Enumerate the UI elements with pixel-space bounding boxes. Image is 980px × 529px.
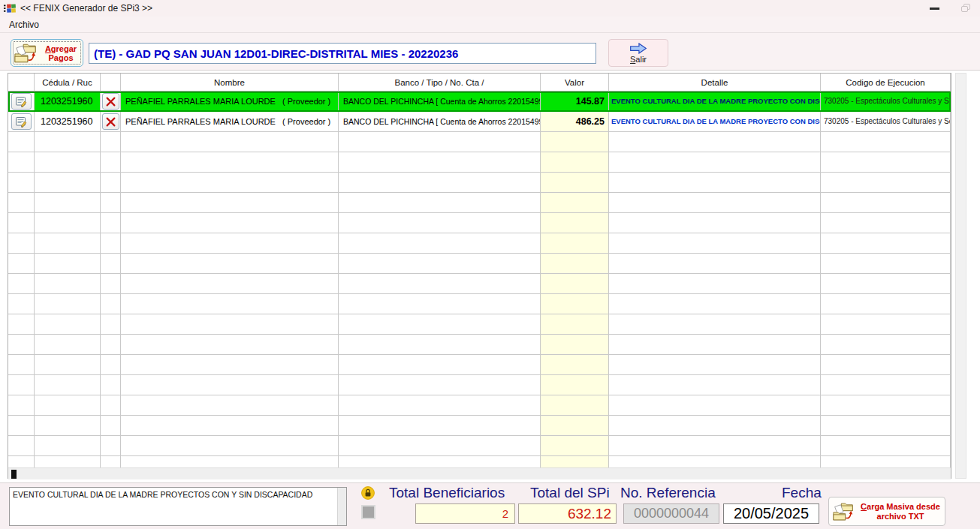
table-row-empty[interactable] bbox=[8, 193, 951, 213]
codigo-cell bbox=[821, 173, 951, 193]
valor-cell bbox=[541, 193, 609, 213]
row-edit-cell bbox=[8, 416, 35, 436]
row-edit-cell bbox=[8, 112, 35, 132]
header-detalle: Detalle bbox=[609, 74, 821, 92]
codigo-cell bbox=[821, 233, 951, 254]
detalle-textarea[interactable]: EVENTO CULTURAL DIA DE LA MADRE PROYECTO… bbox=[10, 488, 337, 525]
valor-cell: 486.25 bbox=[541, 112, 609, 132]
row-edit-cell bbox=[8, 233, 35, 254]
codigo-cell bbox=[821, 294, 951, 314]
row-delete-cell bbox=[101, 152, 121, 173]
table-row-empty[interactable] bbox=[8, 132, 951, 152]
detalle-cell bbox=[609, 314, 821, 335]
banco-cell bbox=[339, 335, 541, 355]
table-row-empty[interactable] bbox=[8, 233, 951, 254]
row-delete-cell bbox=[101, 456, 121, 467]
arrow-right-icon bbox=[629, 43, 647, 54]
nombre-cell bbox=[121, 254, 339, 274]
table-row-empty[interactable] bbox=[8, 173, 951, 193]
fecha-field[interactable] bbox=[723, 503, 819, 524]
valor-cell bbox=[541, 456, 609, 467]
table-row-empty[interactable] bbox=[8, 355, 951, 375]
banco-cell bbox=[339, 254, 541, 274]
row-properties-button[interactable] bbox=[11, 113, 32, 130]
vertical-scrollbar[interactable] bbox=[955, 73, 966, 479]
table-row-empty[interactable] bbox=[8, 314, 951, 335]
entity-title-field[interactable] bbox=[89, 43, 596, 64]
table-row-empty[interactable] bbox=[8, 416, 951, 436]
horizontal-scrollbar-thumb[interactable] bbox=[11, 470, 17, 479]
minimize-button[interactable] bbox=[930, 8, 939, 10]
table-row-empty[interactable] bbox=[8, 335, 951, 355]
table-row-empty[interactable] bbox=[8, 436, 951, 456]
valor-cell bbox=[541, 395, 609, 416]
row-edit-cell bbox=[8, 254, 35, 274]
row-delete-cell bbox=[101, 314, 121, 335]
grid-rows: 1203251960 PEÑAFIEL PARRALES MARIA LOURD… bbox=[8, 92, 951, 467]
salir-button[interactable]: Salir bbox=[608, 39, 668, 67]
banco-cell: BANCO DEL PICHINCHA [ Cuenta de Ahorros … bbox=[339, 92, 541, 112]
row-edit-cell bbox=[8, 335, 35, 355]
total-spi-field[interactable] bbox=[518, 503, 617, 524]
nombre-cell: PEÑAFIEL PARRALES MARIA LOURDE ( Proveed… bbox=[121, 112, 339, 132]
codigo-cell: 730205 - Espectáculos Culturales y Socia… bbox=[821, 92, 951, 112]
payments-grid: Cédula / Ruc Nombre Banco / Tipo / No. C… bbox=[8, 73, 951, 479]
referencia-field[interactable] bbox=[623, 503, 719, 524]
table-row-empty[interactable] bbox=[8, 274, 951, 294]
table-row-empty[interactable] bbox=[8, 375, 951, 395]
row-delete-cell bbox=[101, 335, 121, 355]
banco-cell bbox=[339, 314, 541, 335]
codigo-cell bbox=[821, 132, 951, 152]
detalle-cell bbox=[609, 355, 821, 375]
nombre-cell bbox=[121, 233, 339, 254]
table-row-empty[interactable] bbox=[8, 395, 951, 416]
nombre-cell: PEÑAFIEL PARRALES MARIA LOURDE ( Proveed… bbox=[121, 92, 339, 112]
carga-masiva-button[interactable]: Carga Masiva desdearchivo TXT bbox=[828, 497, 945, 526]
nombre-cell bbox=[121, 294, 339, 314]
row-properties-button[interactable] bbox=[11, 93, 32, 110]
row-edit-cell bbox=[8, 152, 35, 173]
header-delete-col bbox=[101, 74, 121, 92]
delete-x-icon bbox=[106, 97, 116, 107]
detalle-cell bbox=[609, 193, 821, 213]
codigo-cell bbox=[821, 395, 951, 416]
cedula-cell bbox=[35, 132, 101, 152]
banco-cell bbox=[339, 193, 541, 213]
table-row[interactable]: 1203251960 PEÑAFIEL PARRALES MARIA LOURD… bbox=[8, 92, 951, 112]
valor-cell bbox=[541, 416, 609, 436]
banco-cell bbox=[339, 152, 541, 173]
restore-button[interactable] bbox=[961, 4, 971, 13]
codigo-cell bbox=[821, 213, 951, 233]
table-row-empty[interactable] bbox=[8, 294, 951, 314]
agregar-pagos-button[interactable]: AgregarPagos bbox=[11, 39, 83, 67]
banco-cell bbox=[339, 173, 541, 193]
detalle-cell bbox=[609, 416, 821, 436]
gray-toggle-button[interactable] bbox=[361, 505, 375, 519]
codigo-cell bbox=[821, 274, 951, 294]
banco-cell bbox=[339, 294, 541, 314]
row-delete-button[interactable] bbox=[102, 113, 119, 130]
total-beneficiarios-field[interactable] bbox=[415, 503, 515, 524]
table-row[interactable]: 1203251960 PEÑAFIEL PARRALES MARIA LOURD… bbox=[8, 112, 951, 132]
banco-cell bbox=[339, 395, 541, 416]
row-delete-cell bbox=[101, 132, 121, 152]
table-row-empty[interactable] bbox=[8, 213, 951, 233]
nombre-cell bbox=[121, 355, 339, 375]
horizontal-scrollbar[interactable] bbox=[8, 467, 951, 479]
cedula-cell bbox=[35, 355, 101, 375]
nombre-cell bbox=[121, 436, 339, 456]
row-delete-button[interactable] bbox=[102, 93, 119, 110]
banco-cell bbox=[339, 436, 541, 456]
valor-cell bbox=[541, 213, 609, 233]
menu-archivo[interactable]: Archivo bbox=[6, 19, 42, 31]
window-title: << FENIX Generador de SPi3 >> bbox=[20, 3, 152, 14]
row-delete-cell bbox=[101, 416, 121, 436]
table-row-empty[interactable] bbox=[8, 254, 951, 274]
valor-cell bbox=[541, 375, 609, 395]
detalle-cell bbox=[609, 213, 821, 233]
table-row-empty[interactable] bbox=[8, 152, 951, 173]
table-row-empty[interactable] bbox=[8, 456, 951, 467]
textarea-scrollbar[interactable] bbox=[337, 488, 346, 525]
nombre-cell bbox=[121, 314, 339, 335]
valor-cell bbox=[541, 132, 609, 152]
